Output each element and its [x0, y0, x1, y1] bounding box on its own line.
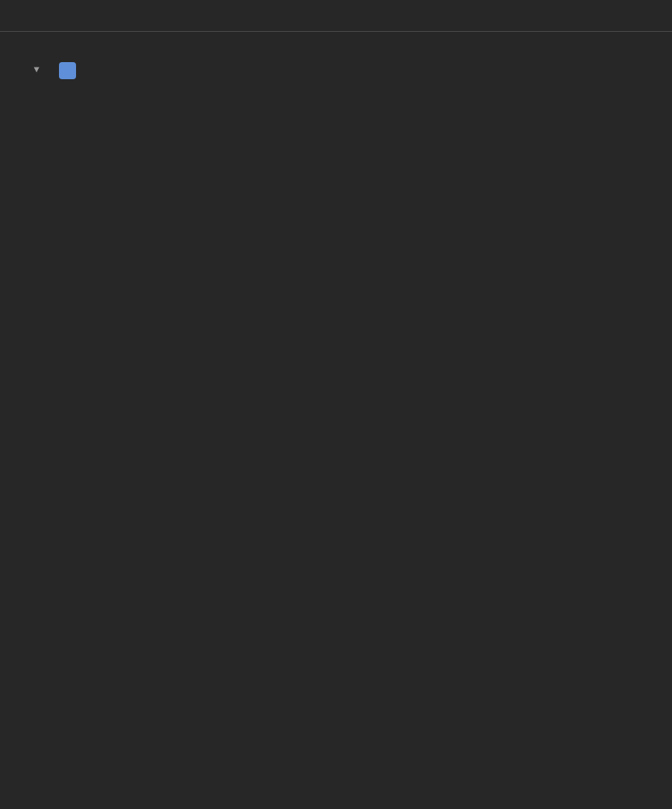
console-output: [0, 32, 672, 92]
info-icon[interactable]: [59, 62, 76, 79]
console-expression-header: [0, 0, 672, 32]
tree-root-row[interactable]: [31, 57, 641, 84]
expand-toggle-icon[interactable]: [31, 57, 42, 84]
